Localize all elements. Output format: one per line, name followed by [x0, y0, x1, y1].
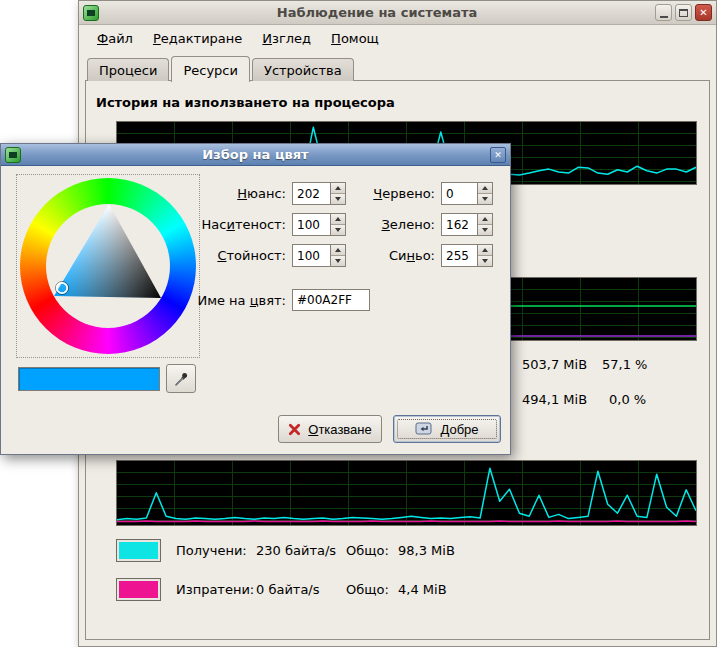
memory-percent: 57,1 %	[602, 357, 647, 372]
received-total: 98,3 MiB	[398, 539, 455, 563]
green-label: Зелено:	[346, 213, 435, 236]
hue-spin-up-button[interactable]	[331, 183, 345, 193]
saturation-spin-up-button[interactable]	[331, 214, 345, 224]
cancel-button[interactable]: Отказване	[278, 415, 382, 443]
color-wheel[interactable]	[20, 178, 196, 354]
blue-label: Синьо:	[346, 244, 435, 267]
dialog-close-icon: ✕	[494, 150, 502, 160]
swap-amount: 494,1 MiB	[522, 392, 587, 407]
color-wheel-frame	[16, 174, 200, 358]
dialog-close-button[interactable]: ✕	[490, 147, 506, 163]
spin-down-icon	[335, 259, 341, 263]
received-rate: 230 байта/s	[256, 539, 336, 563]
green-spinbox	[441, 213, 493, 236]
sent-total-label: Общо:	[346, 578, 389, 602]
received-total-label: Общо:	[346, 539, 389, 563]
spin-up-icon	[335, 248, 341, 252]
spin-down-icon	[335, 197, 341, 201]
main-window-title: Наблюдение на системата	[102, 5, 652, 20]
dialog-titlebar[interactable]: Избор на цвят ✕	[1, 144, 510, 166]
red-spinbox	[441, 182, 493, 205]
tab-processes[interactable]: Процеси	[87, 58, 169, 81]
saturation-spinbox	[292, 213, 346, 236]
close-icon: ✕	[699, 8, 707, 18]
menu-file[interactable]: Файл	[89, 28, 141, 49]
minimize-button[interactable]	[655, 4, 672, 21]
green-input[interactable]	[441, 213, 477, 236]
eyedropper-icon	[173, 371, 189, 387]
sent-total: 4,4 MiB	[398, 578, 447, 602]
color-picker-dialog: Избор на цвят ✕	[0, 143, 511, 455]
spin-up-icon	[335, 217, 341, 221]
spin-up-icon	[482, 217, 488, 221]
maximize-icon	[679, 9, 688, 17]
hue-spin-down-button[interactable]	[331, 193, 345, 204]
value-input[interactable]	[292, 244, 330, 267]
legend-row-sent: Изпратени: 0 байта/s Общо: 4,4 MiB	[116, 578, 536, 602]
blue-input[interactable]	[441, 244, 477, 267]
ok-button[interactable]: Добре	[393, 415, 501, 443]
cancel-x-icon	[288, 423, 301, 436]
value-label: Стойност:	[186, 244, 286, 267]
color-name-input[interactable]	[292, 289, 370, 311]
value-spin-up-button[interactable]	[331, 245, 345, 255]
menu-edit[interactable]: Редактиране	[145, 28, 250, 49]
maximize-button[interactable]	[675, 4, 692, 21]
red-spin-down-button[interactable]	[478, 193, 492, 204]
ok-enter-icon	[415, 422, 433, 436]
network-history-chart	[116, 460, 697, 526]
sent-label: Изпратени:	[176, 578, 254, 602]
spin-up-icon	[335, 186, 341, 190]
received-color-swatch-button[interactable]	[116, 539, 161, 562]
main-titlebar[interactable]: Наблюдение на системата ✕	[79, 1, 716, 25]
sent-color-swatch-button[interactable]	[116, 578, 161, 601]
memory-amount: 503,7 MiB	[522, 357, 587, 372]
red-input[interactable]	[441, 182, 477, 205]
dialog-app-icon	[5, 147, 21, 163]
saturation-label: Наситеност:	[186, 213, 286, 236]
color-preview-swatch	[18, 367, 160, 391]
eyedropper-button[interactable]	[166, 364, 196, 393]
value-spinbox	[292, 244, 346, 267]
tab-devices[interactable]: Устройства	[252, 58, 354, 81]
legend-row-received: Получени: 230 байта/s Общо: 98,3 MiB	[116, 539, 536, 563]
spin-down-icon	[335, 228, 341, 232]
dialog-title: Избор на цвят	[24, 147, 487, 162]
received-label: Получени:	[176, 539, 247, 563]
minimize-icon	[660, 16, 668, 18]
blue-spinbox	[441, 244, 493, 267]
hue-input[interactable]	[292, 182, 330, 205]
saturation-spin-down-button[interactable]	[331, 224, 345, 235]
blue-spin-up-button[interactable]	[478, 245, 492, 255]
tab-resources[interactable]: Ресурси	[171, 56, 250, 82]
menu-help[interactable]: Помощ	[323, 28, 387, 49]
saturation-input[interactable]	[292, 213, 330, 236]
hue-spinbox	[292, 182, 346, 205]
system-monitor-app-icon	[83, 5, 99, 21]
cancel-button-label: Отказване	[308, 422, 372, 437]
cpu-history-heading: История на използването на процесора	[96, 95, 395, 110]
color-name-label: Име на цвят:	[186, 289, 286, 312]
sent-rate: 0 байта/s	[256, 578, 320, 602]
hue-label: Нюанс:	[186, 182, 286, 205]
notebook-tabs: Процеси Ресурси Устройства	[87, 56, 356, 81]
red-label: Червено:	[346, 182, 435, 205]
hsv-triangle[interactable]	[20, 178, 196, 354]
close-button[interactable]: ✕	[695, 4, 712, 21]
green-spin-down-button[interactable]	[478, 224, 492, 235]
green-spin-up-button[interactable]	[478, 214, 492, 224]
menubar: Файл Редактиране Изглед Помощ	[79, 25, 716, 51]
spin-down-icon	[482, 259, 488, 263]
value-spin-down-button[interactable]	[331, 255, 345, 266]
swap-percent: 0,0 %	[609, 392, 646, 407]
menu-view[interactable]: Изглед	[254, 28, 319, 49]
spin-down-icon	[482, 228, 488, 232]
blue-spin-down-button[interactable]	[478, 255, 492, 266]
ok-button-label: Добре	[440, 422, 478, 437]
spin-up-icon	[482, 248, 488, 252]
spin-up-icon	[482, 186, 488, 190]
red-spin-up-button[interactable]	[478, 183, 492, 193]
spin-down-icon	[482, 197, 488, 201]
